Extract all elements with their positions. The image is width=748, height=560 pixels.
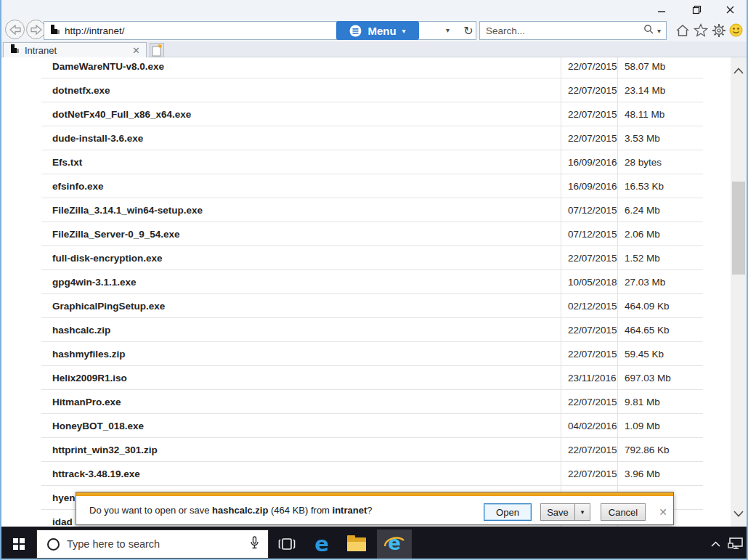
internet-explorer-icon: e — [383, 534, 405, 554]
task-view-icon — [278, 537, 296, 551]
file-size: 27.03 Mb — [617, 270, 703, 293]
file-link[interactable]: httrack-3.48.19.exe — [41, 468, 561, 479]
url-text[interactable]: http://intranet/ — [65, 25, 125, 36]
close-button[interactable] — [717, 1, 742, 17]
star-icon — [694, 23, 708, 37]
file-link[interactable]: hashcalc.zip — [41, 325, 561, 336]
download-notification-bar: Do you want to open or save hashcalc.zip… — [76, 492, 674, 525]
svg-text:e: e — [388, 534, 401, 554]
back-button[interactable] — [5, 20, 25, 39]
file-size: 464.09 Kb — [617, 294, 703, 317]
scroll-up-button[interactable] — [731, 62, 747, 79]
internet-explorer-window: http://intranet/ Menu ▾ ▾ ↻ Search... ▾ — [0, 0, 748, 560]
file-link[interactable]: DameWareNTU-v8.0.exe — [41, 61, 561, 72]
tab-intranet[interactable]: Intranet ✕ — [3, 42, 147, 57]
file-link[interactable]: GraphicalPingSetup.exe — [41, 301, 561, 312]
new-tab-page-icon — [151, 44, 163, 57]
table-row: HitmanPro.exe22/07/20159.81 Mb — [41, 390, 703, 414]
file-size: 48.11 Mb — [617, 102, 703, 126]
notification-close-icon[interactable]: ✕ — [656, 505, 670, 519]
chevron-down-icon — [733, 511, 744, 517]
taskbar-internet-explorer-button[interactable]: e — [377, 529, 412, 559]
file-size: 1.52 Mb — [617, 246, 703, 269]
file-date: 22/07/2015 — [561, 126, 617, 150]
file-link[interactable]: HoneyBOT_018.exe — [41, 421, 561, 431]
file-size: 464.65 Kb — [617, 318, 703, 341]
file-size: 2.06 Mb — [617, 222, 703, 245]
file-link[interactable]: full-disk-encryption.exe — [41, 253, 561, 264]
table-row: FileZilla_Server-0_9_54.exe07/12/20152.0… — [41, 222, 703, 246]
restore-button[interactable] — [684, 1, 709, 17]
table-row: efsinfo.exe16/09/201616.53 Kb — [41, 174, 703, 198]
file-size: 3.96 Mb — [617, 462, 703, 485]
table-row: dude-install-3.6.exe22/07/20153.53 Mb — [41, 126, 703, 150]
home-button[interactable] — [674, 22, 691, 38]
file-date: 23/11/2016 — [561, 366, 617, 389]
file-size: 59.45 Kb — [617, 342, 703, 365]
file-link[interactable]: Efs.txt — [41, 157, 561, 168]
search-dropdown-icon[interactable]: ▾ — [657, 27, 661, 35]
save-dropdown-button[interactable]: ▾ — [574, 503, 590, 521]
file-link[interactable]: httprint_win32_301.zip — [41, 445, 561, 455]
task-view-button[interactable] — [270, 529, 304, 559]
restore-icon — [692, 5, 702, 15]
minimize-icon — [657, 5, 666, 14]
taskbar-search-box[interactable]: Type here to search — [36, 529, 269, 559]
browser-search-box[interactable]: Search... ▾ — [479, 21, 667, 40]
taskbar-edge-button[interactable]: e — [305, 529, 338, 559]
file-size: 3.53 Mb — [617, 126, 703, 150]
file-link[interactable]: dotnetfx.exe — [41, 85, 561, 96]
search-magnifier-icon[interactable] — [643, 24, 654, 38]
tab-close-icon[interactable]: ✕ — [132, 45, 140, 56]
file-link[interactable]: hashmyfiles.zip — [41, 349, 561, 360]
chevron-up-icon — [733, 68, 744, 74]
taskbar-file-explorer-button[interactable] — [340, 529, 373, 559]
address-dropdown-icon[interactable]: ▾ — [446, 26, 450, 34]
file-date: 10/05/2018 — [561, 270, 617, 293]
file-link[interactable]: Helix2009R1.iso — [41, 373, 561, 384]
minimize-button[interactable] — [649, 1, 674, 17]
taskbar-search-placeholder: Type here to search — [67, 538, 250, 550]
file-link[interactable]: FileZilla_Server-0_9_54.exe — [41, 229, 561, 240]
scroll-down-button[interactable] — [731, 505, 747, 522]
file-link[interactable]: FileZilla_3.14.1_win64-setup.exe — [41, 205, 561, 216]
file-link[interactable]: efsinfo.exe — [41, 181, 561, 192]
table-row: full-disk-encryption.exe22/07/20151.52 M… — [41, 246, 703, 270]
title-bar — [1, 0, 747, 19]
file-link[interactable]: gpg4win-3.1.1.exe — [41, 277, 561, 288]
start-button[interactable] — [1, 529, 36, 559]
tray-show-hidden-icons-button[interactable] — [706, 529, 725, 559]
open-button[interactable]: Open — [484, 503, 532, 521]
file-size: 16.53 Kb — [617, 174, 703, 198]
table-row: httrack-3.48.19.exe22/07/20153.96 Mb — [41, 462, 703, 486]
file-size: 697.03 Mb — [617, 366, 703, 389]
feedback-button[interactable] — [728, 22, 744, 38]
file-link[interactable]: dude-install-3.6.exe — [41, 133, 561, 144]
download-message: Do you want to open or save hashcalc.zip… — [89, 492, 372, 524]
new-tab-button[interactable] — [150, 43, 164, 57]
cancel-button[interactable]: Cancel — [601, 503, 646, 521]
table-row: hashcalc.zip22/07/2015464.65 Kb — [41, 318, 703, 342]
file-date: 04/02/2016 — [561, 414, 617, 437]
table-row: dotnetfx.exe22/07/201523.14 Mb — [41, 78, 703, 102]
file-size: 23.14 Mb — [617, 78, 703, 102]
favorites-button[interactable] — [692, 22, 709, 38]
file-date: 07/12/2015 — [561, 198, 617, 222]
file-link[interactable]: HitmanPro.exe — [41, 397, 561, 407]
scrollbar-thumb[interactable] — [732, 182, 745, 275]
tray-network-button[interactable] — [725, 529, 747, 559]
microphone-icon[interactable] — [250, 536, 259, 553]
file-date: 22/07/2015 — [561, 438, 617, 461]
vertical-scrollbar[interactable] — [731, 57, 747, 527]
refresh-button[interactable]: ↻ — [460, 23, 476, 38]
download-message-prefix: Do you want to open or save — [89, 505, 212, 516]
file-size: 1.09 Mb — [617, 414, 703, 437]
menu-caret-icon: ▾ — [402, 27, 406, 35]
save-button[interactable]: Save — [540, 503, 574, 521]
settings-button[interactable] — [710, 22, 727, 38]
menu-hamburger-icon — [349, 25, 362, 37]
forward-button[interactable] — [26, 20, 46, 39]
table-row: HoneyBOT_018.exe04/02/20161.09 Mb — [41, 414, 703, 438]
menu-button[interactable]: Menu ▾ — [336, 21, 419, 40]
file-link[interactable]: dotNetFx40_Full_x86_x64.exe — [41, 109, 561, 120]
